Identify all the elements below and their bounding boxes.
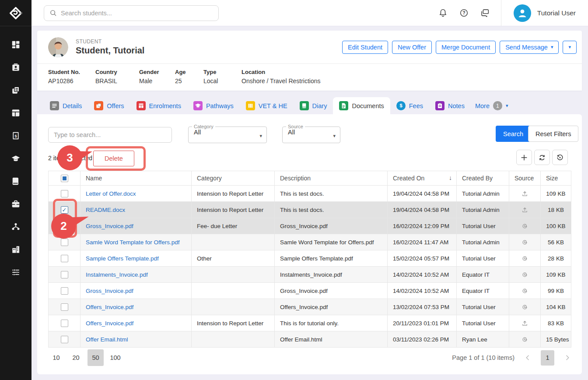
tab-vet-he[interactable]: VET & HE: [240, 97, 294, 114]
prev-page-button[interactable]: [524, 354, 531, 361]
merge-document-button[interactable]: Merge Document: [436, 41, 496, 54]
page-size-selector: 102050100: [48, 349, 127, 366]
row-checkbox[interactable]: [61, 303, 68, 311]
new-offer-button[interactable]: New Offer: [392, 41, 432, 54]
more-actions-button[interactable]: ▾: [563, 41, 577, 54]
sidebar-item-workflow[interactable]: [7, 222, 24, 232]
tab-enrolments[interactable]: Enrolments: [130, 97, 187, 114]
category-select[interactable]: Category All ▾: [188, 124, 267, 143]
document-link[interactable]: Offers_Invoice.pdf: [86, 304, 133, 310]
cell-source: [509, 331, 541, 348]
refresh-button[interactable]: [534, 150, 550, 165]
table-header-row: NameCategoryDescriptionCreated On↓Create…: [49, 171, 571, 186]
delete-button[interactable]: Delete: [93, 151, 134, 166]
help-button[interactable]: ?: [459, 8, 469, 18]
sidebar-item-graduation[interactable]: [7, 153, 24, 164]
tab-label: Details: [63, 102, 82, 109]
user-avatar[interactable]: [514, 4, 531, 22]
row-checkbox[interactable]: [61, 239, 68, 246]
row-checkbox[interactable]: [61, 255, 68, 262]
document-link[interactable]: Offer Email.html: [86, 336, 128, 343]
topbar: ? Tutorial User: [32, 0, 588, 26]
documents-icon: [339, 101, 348, 110]
tab-details[interactable]: Details: [44, 97, 88, 114]
cell-description: Instalments_Invoice.pdf: [275, 267, 388, 283]
sidebar-item-contacts[interactable]: [7, 62, 24, 73]
column-header-size[interactable]: Size: [541, 171, 571, 186]
tab-documents[interactable]: Documents: [333, 97, 390, 114]
search-button[interactable]: Search: [496, 126, 531, 142]
invoice-icon: $: [11, 131, 21, 141]
sidebar-item-layout[interactable]: [7, 108, 24, 118]
history-button[interactable]: [552, 150, 568, 165]
source-select[interactable]: Source All ▾: [282, 124, 340, 143]
sidebar-item-sliders[interactable]: [7, 267, 24, 278]
row-checkbox[interactable]: [61, 222, 68, 230]
document-link[interactable]: Instalments_Invoice.pdf: [86, 271, 148, 278]
page-size-100[interactable]: 100: [107, 349, 123, 366]
row-checkbox[interactable]: [61, 320, 68, 327]
cell-source: [509, 250, 541, 267]
cell-description: Gross_Invoice.pdf: [275, 283, 388, 299]
document-link[interactable]: Letter of Offer.docx: [86, 190, 136, 197]
edit-student-button[interactable]: Edit Student: [342, 41, 388, 54]
row-checkbox[interactable]: [61, 336, 68, 343]
column-header-created-by[interactable]: Created By: [457, 171, 509, 186]
next-page-button[interactable]: [564, 354, 571, 361]
row-checkbox[interactable]: [61, 287, 68, 295]
feedback-button[interactable]: [480, 8, 490, 18]
send-message-button[interactable]: Send Message▾: [500, 41, 559, 54]
tab-more[interactable]: More 1 ▾: [471, 101, 513, 110]
sidebar-item-invoice[interactable]: $: [7, 130, 24, 141]
sidebar-item-book[interactable]: [7, 176, 24, 186]
cell-name: Offers_Invoice.pdf: [80, 315, 192, 331]
column-header-description[interactable]: Description: [275, 171, 388, 186]
document-link[interactable]: Offers_Invoice.pdf: [86, 320, 133, 327]
document-link[interactable]: Gross_Invoice.pdf: [86, 288, 133, 294]
tab-fees[interactable]: $Fees: [390, 97, 429, 114]
user-name[interactable]: Tutorial User: [537, 9, 576, 17]
column-header-category[interactable]: Category: [192, 171, 275, 186]
page-size-20[interactable]: 20: [68, 349, 84, 366]
student-photo[interactable]: [48, 37, 68, 57]
sidebar-item-dashboard[interactable]: [7, 39, 24, 50]
select-all-checkbox[interactable]: [61, 175, 68, 182]
page-size-10[interactable]: 10: [48, 349, 64, 366]
cell-created-by: Tutorial Admin: [457, 202, 509, 218]
column-header-created-on[interactable]: Created On↓: [388, 171, 457, 186]
column-header-name[interactable]: Name: [80, 171, 192, 186]
info-type: TypeLocal: [203, 69, 242, 84]
row-checkbox[interactable]: [61, 190, 68, 197]
tab-notes[interactable]: Notes: [429, 97, 471, 114]
page-size-50[interactable]: 50: [88, 349, 104, 366]
cell-size: 100 KB: [541, 218, 571, 234]
document-link[interactable]: Samle Word Template for Offers.pdf: [86, 239, 180, 246]
svg-text:$: $: [399, 103, 402, 108]
current-page-button[interactable]: 1: [541, 350, 554, 366]
row-checkbox-cell: [49, 299, 80, 315]
sidebar-item-building[interactable]: [7, 244, 24, 255]
row-checkbox-cell: [49, 315, 80, 331]
document-link[interactable]: Gross_Invoice.pdf: [86, 223, 133, 229]
reset-filters-button[interactable]: Reset Filters: [528, 126, 578, 142]
tab-offers[interactable]: Offers: [88, 97, 130, 114]
row-checkbox[interactable]: [61, 271, 68, 278]
search-input[interactable]: [61, 10, 213, 17]
app-logo[interactable]: [0, 0, 32, 26]
document-link[interactable]: Sample Offers Template.pdf: [86, 255, 159, 262]
documents-search-input[interactable]: [48, 127, 172, 143]
tab-diary[interactable]: Diary: [294, 97, 333, 114]
attach-icon: [521, 222, 528, 229]
table-body: Letter of Offer.docxIntension to Report …: [49, 186, 571, 348]
document-link[interactable]: README.docx: [86, 207, 125, 213]
column-header-source[interactable]: Source: [509, 171, 541, 186]
cell-description: This is test docs.: [275, 186, 388, 202]
tab-pathways[interactable]: Pathways: [187, 97, 240, 114]
row-checkbox[interactable]: [61, 206, 68, 214]
sidebar-item-copy-docs[interactable]: [7, 85, 24, 95]
cell-created-on: 20/11/2023 01:01 PM: [388, 315, 457, 331]
sidebar-item-briefcase[interactable]: [7, 199, 24, 209]
notifications-button[interactable]: [438, 8, 448, 18]
global-search[interactable]: [44, 5, 219, 21]
add-document-button[interactable]: [516, 150, 532, 165]
